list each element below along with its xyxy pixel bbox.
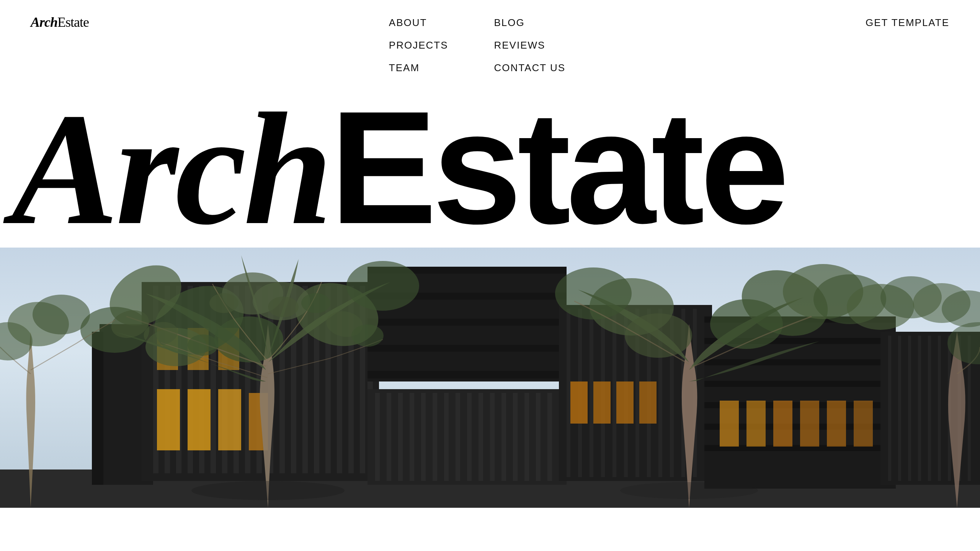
svg-rect-50 <box>513 393 518 481</box>
logo-italic: Arch <box>31 15 57 30</box>
main-nav: ABOUT PROJECTS TEAM BLOG REVIEWS CONTACT… <box>389 15 565 74</box>
svg-rect-71 <box>639 381 657 424</box>
svg-rect-84 <box>827 401 846 447</box>
svg-rect-29 <box>188 328 209 370</box>
building-svg <box>0 248 980 508</box>
nav-reviews[interactable]: REVIEWS <box>494 39 566 51</box>
svg-rect-94 <box>958 336 961 481</box>
svg-rect-81 <box>746 401 766 447</box>
svg-rect-74 <box>704 338 896 344</box>
svg-rect-25 <box>188 389 211 450</box>
svg-rect-22 <box>360 286 365 473</box>
svg-rect-24 <box>157 389 180 450</box>
svg-rect-39 <box>387 393 391 481</box>
svg-rect-14 <box>268 286 273 473</box>
logo-regular: Estate <box>57 15 89 30</box>
svg-rect-27 <box>249 393 268 450</box>
site-header: ArchEstate ABOUT PROJECTS TEAM BLOG REVI… <box>0 0 980 89</box>
hero-title-section: ArchEstate <box>0 97 980 240</box>
hero-image-placeholder <box>0 248 980 508</box>
svg-rect-46 <box>467 393 472 481</box>
svg-rect-33 <box>368 293 567 300</box>
nav-team[interactable]: TEAM <box>389 62 448 74</box>
svg-rect-40 <box>398 393 403 481</box>
svg-rect-93 <box>948 336 951 481</box>
svg-rect-30 <box>218 328 239 370</box>
svg-rect-95 <box>968 336 971 481</box>
svg-rect-21 <box>348 286 354 473</box>
svg-rect-85 <box>854 401 873 447</box>
svg-rect-32 <box>368 267 567 274</box>
svg-rect-73 <box>704 316 896 323</box>
svg-rect-90 <box>918 336 921 481</box>
hero-title-italic: Arch <box>11 97 330 240</box>
svg-rect-52 <box>536 393 541 481</box>
svg-rect-34 <box>368 319 567 326</box>
svg-rect-20 <box>337 286 342 473</box>
svg-rect-35 <box>368 345 567 352</box>
svg-rect-60 <box>612 309 616 477</box>
svg-rect-36 <box>368 371 567 378</box>
svg-rect-16 <box>291 286 296 473</box>
svg-rect-75 <box>704 359 896 365</box>
svg-rect-47 <box>479 393 483 481</box>
svg-rect-2 <box>92 332 103 485</box>
svg-rect-53 <box>547 393 552 481</box>
svg-rect-18 <box>314 286 319 473</box>
svg-rect-44 <box>444 393 449 481</box>
svg-rect-58 <box>590 309 593 477</box>
svg-rect-43 <box>433 393 437 481</box>
nav-projects[interactable]: PROJECTS <box>389 39 448 51</box>
building-layer <box>0 248 980 508</box>
svg-rect-28 <box>157 328 178 370</box>
nav-col-1: ABOUT PROJECTS TEAM <box>389 17 448 74</box>
svg-rect-41 <box>410 393 414 481</box>
svg-rect-70 <box>616 381 634 424</box>
hero-image <box>0 248 980 508</box>
hero-title: ArchEstate <box>11 97 969 240</box>
svg-rect-68 <box>570 381 588 424</box>
svg-rect-83 <box>800 401 819 447</box>
nav-col-2: BLOG REVIEWS CONTACT US <box>494 17 566 74</box>
svg-rect-87 <box>888 336 891 481</box>
svg-rect-62 <box>635 309 639 477</box>
svg-rect-49 <box>501 393 506 481</box>
svg-rect-88 <box>898 336 901 481</box>
svg-rect-45 <box>456 393 460 481</box>
svg-rect-82 <box>773 401 792 447</box>
nav-contact[interactable]: CONTACT US <box>494 62 566 74</box>
nav-blog[interactable]: BLOG <box>494 17 566 29</box>
svg-rect-80 <box>720 401 739 447</box>
svg-rect-66 <box>681 309 685 477</box>
svg-rect-9 <box>211 286 216 473</box>
svg-rect-38 <box>375 393 380 481</box>
svg-rect-56 <box>567 309 570 477</box>
svg-rect-42 <box>421 393 426 481</box>
svg-rect-19 <box>325 286 331 473</box>
svg-rect-67 <box>693 309 697 477</box>
svg-rect-65 <box>670 309 674 477</box>
svg-rect-17 <box>302 286 308 473</box>
svg-rect-91 <box>928 336 931 481</box>
hero-title-regular: Estate <box>330 97 785 240</box>
svg-rect-26 <box>218 389 241 450</box>
svg-rect-48 <box>490 393 495 481</box>
svg-rect-15 <box>279 286 285 473</box>
svg-rect-92 <box>938 336 941 481</box>
svg-rect-51 <box>524 393 529 481</box>
get-template-button[interactable]: GET TEMPLATE <box>866 15 949 29</box>
svg-rect-89 <box>908 336 911 481</box>
svg-rect-69 <box>593 381 611 424</box>
svg-rect-64 <box>658 309 662 477</box>
nav-about[interactable]: ABOUT <box>389 17 448 29</box>
logo[interactable]: ArchEstate <box>31 15 89 29</box>
svg-rect-76 <box>704 381 896 387</box>
